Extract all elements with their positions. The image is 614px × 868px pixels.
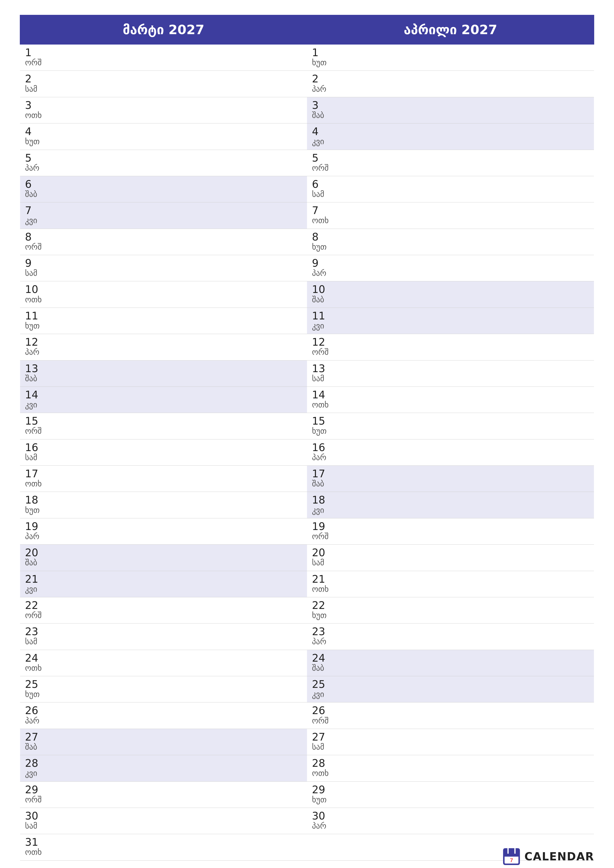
- march-day-cell: 17ოთხ: [20, 466, 307, 492]
- april-day-cell: 29ხუთ: [307, 781, 594, 808]
- day-number: 9: [312, 257, 589, 269]
- day-number: 19: [25, 521, 302, 532]
- footer: 7 CALENDAR: [503, 848, 594, 865]
- table-row: 13შაბ13სამ: [20, 360, 594, 386]
- march-day-cell: 18ხუთ: [20, 492, 307, 518]
- table-row: 3ოთხ3შაბ: [20, 97, 594, 123]
- day-number: 16: [312, 442, 589, 453]
- day-number: 8: [312, 231, 589, 243]
- april-day-cell: 24შაბ: [307, 650, 594, 676]
- april-day-cell: 3შაბ: [307, 97, 594, 123]
- april-day-cell: 30პარ: [307, 808, 594, 834]
- april-day-cell: 5ორშ: [307, 150, 594, 176]
- march-day-cell: 7კვი: [20, 202, 307, 229]
- day-number: 1: [25, 47, 302, 58]
- day-name: სამ: [25, 85, 302, 93]
- april-day-cell: 11კვი: [307, 308, 594, 334]
- day-number: 23: [312, 626, 589, 637]
- day-name: სამ: [312, 190, 589, 199]
- day-number: 27: [312, 732, 589, 743]
- march-day-cell: 8ორშ: [20, 229, 307, 255]
- march-day-cell: 5პარ: [20, 150, 307, 176]
- svg-rect-2: [505, 852, 518, 857]
- march-day-cell: 30სამ: [20, 808, 307, 834]
- table-row: 22ორშ22ხუთ: [20, 597, 594, 623]
- day-name: კვი: [25, 585, 302, 594]
- april-day-cell: 1ხუთ: [307, 44, 594, 71]
- april-header: აპრილი 2027: [307, 15, 594, 44]
- april-day-cell: 13სამ: [307, 360, 594, 386]
- march-day-cell: 2სამ: [20, 71, 307, 97]
- day-number: 29: [25, 784, 302, 795]
- day-number: 15: [312, 415, 589, 427]
- march-day-cell: 1ორშ: [20, 44, 307, 71]
- day-number: 22: [25, 600, 302, 611]
- march-day-cell: 16სამ: [20, 439, 307, 465]
- day-name: ოთხ: [312, 216, 589, 225]
- april-day-cell: 14ოთხ: [307, 386, 594, 413]
- table-row: 27შაბ27სამ: [20, 729, 594, 755]
- march-day-cell: 21კვი: [20, 571, 307, 597]
- day-name: პარ: [312, 453, 589, 462]
- day-number: 17: [25, 468, 302, 479]
- table-row: 10ოთხ10შაბ: [20, 281, 594, 308]
- day-number: 22: [312, 600, 589, 611]
- day-name: ხუთ: [25, 137, 302, 146]
- march-day-cell: 12პარ: [20, 334, 307, 360]
- day-name: შაბ: [25, 743, 302, 752]
- day-number: 3: [25, 100, 302, 111]
- table-row: 5პარ5ორშ: [20, 150, 594, 176]
- day-name: ხუთ: [312, 795, 589, 804]
- march-day-cell: 19პარ: [20, 518, 307, 544]
- table-row: 1ორშ1ხუთ: [20, 44, 594, 71]
- day-name: ორშ: [25, 243, 302, 251]
- table-row: 21კვი21ოთხ: [20, 571, 594, 597]
- day-name: კვი: [25, 769, 302, 778]
- march-day-cell: 10ოთხ: [20, 281, 307, 308]
- april-day-cell: 25კვი: [307, 676, 594, 702]
- day-number: 24: [312, 653, 589, 664]
- april-day-cell: 15ხუთ: [307, 413, 594, 439]
- brand-label: CALENDAR: [524, 850, 594, 863]
- april-day-cell: 4კვი: [307, 124, 594, 150]
- table-row: 24ოთხ24შაბ: [20, 650, 594, 676]
- march-day-cell: 13შაბ: [20, 360, 307, 386]
- day-number: 12: [312, 336, 589, 348]
- day-name: ოთხ: [25, 479, 302, 488]
- day-name: ოთხ: [25, 111, 302, 120]
- table-row: 6შაბ6სამ: [20, 176, 594, 202]
- april-day-cell: 23პარ: [307, 623, 594, 650]
- day-name: კვი: [312, 322, 589, 330]
- march-day-cell: 23სამ: [20, 623, 307, 650]
- day-number: 18: [25, 494, 302, 506]
- table-row: 11ხუთ11კვი: [20, 308, 594, 334]
- day-number: 20: [312, 547, 589, 558]
- day-name: ოთხ: [312, 401, 589, 409]
- table-row: 15ორშ15ხუთ: [20, 413, 594, 439]
- day-name: სამ: [312, 558, 589, 567]
- day-number: 11: [25, 310, 302, 322]
- day-number: 29: [312, 784, 589, 795]
- day-name: ოთხ: [25, 295, 302, 304]
- day-number: 2: [25, 73, 302, 85]
- day-number: 7: [25, 205, 302, 216]
- day-name: ოთხ: [312, 585, 589, 594]
- day-number: 31: [25, 837, 302, 848]
- calendar-table: მარტი 2027 აპრილი 2027 1ორშ1ხუთ2სამ2პარ3…: [20, 15, 594, 860]
- march-day-cell: 22ორშ: [20, 597, 307, 623]
- day-number: 5: [312, 152, 589, 164]
- day-name: პარ: [25, 164, 302, 172]
- table-row: 19პარ19ორშ: [20, 518, 594, 544]
- day-name: ორშ: [25, 58, 302, 67]
- calendar-logo-icon: 7: [503, 848, 521, 865]
- day-name: ხუთ: [312, 243, 589, 251]
- march-day-cell: 11ხუთ: [20, 308, 307, 334]
- day-name: შაბ: [312, 664, 589, 673]
- day-number: 9: [25, 257, 302, 269]
- day-name: პარ: [25, 716, 302, 725]
- day-number: 21: [312, 574, 589, 585]
- day-name: სამ: [312, 374, 589, 383]
- april-day-cell: 9პარ: [307, 255, 594, 281]
- day-name: სამ: [25, 269, 302, 277]
- day-number: 12: [25, 336, 302, 348]
